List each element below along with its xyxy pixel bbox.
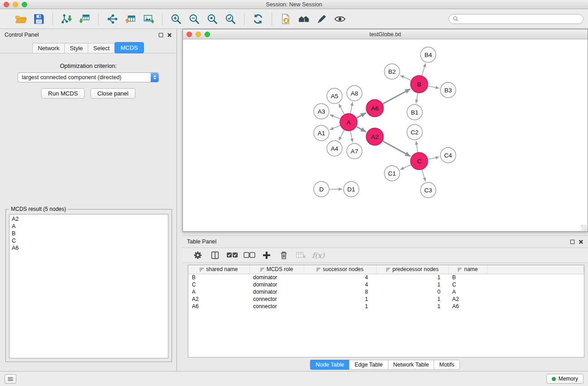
graph-node[interactable]: C4 [440, 148, 456, 163]
select-all-button[interactable] [225, 249, 239, 262]
graph-edge[interactable] [330, 125, 340, 129]
tab-mcds[interactable]: MCDS [115, 42, 143, 53]
save-session-button[interactable] [30, 11, 48, 27]
graph-edge[interactable] [339, 130, 344, 141]
column-header[interactable]: successor nodes [304, 265, 376, 274]
refresh-button[interactable] [249, 11, 267, 27]
table-row[interactable]: Adominator80A [188, 288, 584, 295]
add-row-button[interactable] [259, 249, 274, 262]
float-panel-icon[interactable] [158, 33, 163, 38]
graph-node[interactable]: B4 [421, 47, 436, 62]
tab-select[interactable]: Select [88, 43, 115, 53]
column-header[interactable]: shared name [188, 265, 249, 274]
open-file-button[interactable] [12, 11, 30, 27]
graph-edge[interactable] [422, 63, 425, 76]
graph-edge[interactable] [383, 141, 411, 157]
table-row[interactable]: A6connector11A6 [188, 303, 584, 310]
column-header[interactable]: MCDS role [249, 265, 304, 274]
result-item[interactable]: C [10, 237, 168, 244]
graph-edge[interactable] [339, 104, 344, 114]
float-table-panel-icon[interactable] [570, 239, 575, 244]
graph-node[interactable]: A [340, 114, 357, 131]
export-table-button[interactable] [121, 11, 139, 27]
zoom-in-button[interactable] [167, 11, 185, 27]
graph-edge[interactable] [330, 114, 340, 119]
import-table-button[interactable] [76, 11, 94, 27]
open-session-button[interactable] [277, 11, 295, 27]
table-row[interactable]: Bdominator41B [188, 274, 584, 281]
graph-node[interactable]: A1 [314, 125, 329, 141]
graph-edge[interactable] [400, 165, 411, 170]
style-button[interactable] [313, 11, 331, 27]
show-columns-button[interactable] [208, 249, 222, 262]
graph-node[interactable]: B [411, 76, 428, 93]
graph-node[interactable]: A2 [366, 128, 383, 145]
close-panel-icon[interactable] [167, 33, 172, 38]
window-titlebar[interactable]: Session: New Session [0, 0, 588, 9]
memory-button[interactable]: Memory [546, 374, 583, 384]
graph-node[interactable]: C2 [407, 124, 422, 140]
graph-node[interactable]: A4 [327, 141, 342, 156]
network-window-titlebar[interactable]: testGlobe.txt [183, 29, 588, 39]
graph-node[interactable]: B2 [384, 64, 400, 79]
tab-style[interactable]: Style [64, 43, 88, 53]
graph-edge[interactable] [357, 113, 366, 118]
tab-network-table[interactable]: Network Table [388, 360, 435, 370]
graph-node[interactable]: C1 [384, 166, 400, 181]
close-panel-button[interactable]: Close panel [91, 88, 135, 99]
graph-node[interactable]: C3 [421, 182, 436, 198]
run-mcds-button[interactable]: Run MCDS [41, 88, 85, 99]
zoom-selected-button[interactable] [221, 11, 239, 27]
graph-edge[interactable] [350, 131, 353, 143]
graph-edge[interactable] [428, 157, 440, 159]
tab-motifs[interactable]: Motifs [434, 360, 459, 370]
graph-node[interactable]: D [314, 181, 329, 197]
graph-edge[interactable] [400, 76, 411, 81]
delete-table-button[interactable] [294, 249, 308, 262]
search-box[interactable] [449, 14, 583, 24]
graph-node[interactable]: A7 [347, 143, 362, 159]
function-builder-button[interactable]: f(x) [311, 249, 325, 262]
column-header[interactable]: name [449, 265, 487, 274]
graph-node[interactable]: B1 [407, 105, 422, 120]
export-network-button[interactable] [103, 11, 121, 27]
node-table-container[interactable]: shared nameMCDS rolesuccessor nodesprede… [188, 265, 584, 357]
graph-node[interactable]: C [411, 152, 428, 170]
deselect-all-button[interactable] [242, 249, 257, 262]
network-canvas[interactable]: B4B2BB3A8A5A6A3B1AC2A1A2A4A7C4CC1DD1C3 [183, 39, 588, 231]
result-item[interactable]: A6 [10, 244, 168, 252]
delete-row-button[interactable] [277, 249, 291, 262]
close-table-panel-icon[interactable] [578, 239, 583, 244]
tab-network[interactable]: Network [32, 43, 65, 53]
show-graphics-button[interactable] [331, 11, 349, 27]
tab-edge-table[interactable]: Edge Table [349, 360, 388, 370]
criterion-dropdown[interactable]: largest connected component (directed) [18, 72, 159, 82]
graph-edge[interactable] [357, 127, 366, 132]
graph-node[interactable]: D1 [344, 181, 359, 197]
export-image-button[interactable] [139, 11, 158, 27]
resize-handle[interactable] [581, 225, 587, 231]
graph-edge[interactable] [422, 170, 425, 181]
import-network-button[interactable] [57, 11, 76, 27]
graph-node[interactable]: A3 [314, 104, 329, 119]
show-panels-button[interactable] [5, 374, 16, 384]
zoom-fit-button[interactable] [203, 11, 221, 27]
graph-edge[interactable] [383, 89, 411, 104]
result-item[interactable]: A [10, 223, 168, 230]
graph-edge[interactable] [416, 93, 418, 104]
zoom-out-button[interactable] [185, 11, 203, 27]
graph-node[interactable]: B3 [440, 82, 456, 98]
home-button[interactable] [295, 11, 313, 27]
table-settings-button[interactable] [191, 249, 205, 262]
column-header[interactable]: predecessor nodes [376, 265, 449, 274]
graph-edge[interactable] [416, 141, 418, 152]
mcds-result-list[interactable]: A2ABCA6 [9, 214, 168, 358]
graph-node[interactable]: A8 [347, 86, 362, 101]
table-row[interactable]: A2connector11A2 [188, 295, 584, 303]
graph-node[interactable]: A6 [366, 100, 383, 117]
tab-node-table[interactable]: Node Table [310, 360, 349, 370]
table-row[interactable]: Cdominator41C [188, 281, 584, 288]
result-item[interactable]: A2 [10, 215, 168, 223]
graph-node[interactable]: A5 [327, 88, 342, 104]
graph-edge[interactable] [428, 86, 440, 88]
